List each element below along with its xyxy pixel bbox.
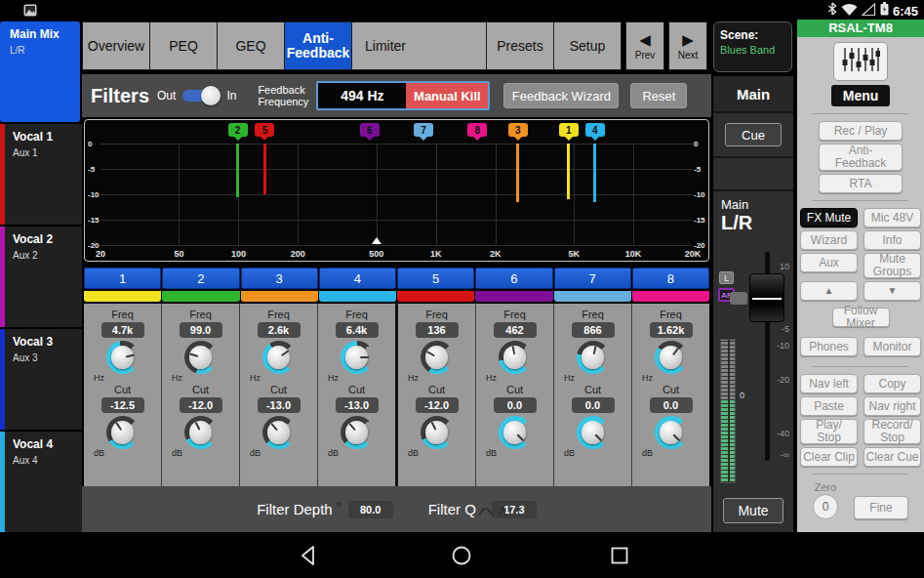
nav-left-button[interactable]: Nav left — [800, 374, 858, 393]
knob-rotator — [340, 341, 373, 374]
band-select-button-8[interactable]: 8 — [632, 268, 709, 289]
paste-button[interactable]: Paste — [800, 396, 858, 416]
cut-knob-band-4[interactable] — [341, 416, 374, 449]
rta-button[interactable]: RTA — [819, 174, 903, 193]
anti-feedback-button[interactable]: Anti- Feedback — [819, 144, 903, 171]
follow-mixer-button[interactable]: Follow Mixer — [832, 308, 890, 327]
tab-anti-feedback[interactable]: Anti- Feedback — [284, 21, 352, 70]
arrow-down-button[interactable]: ▼ — [864, 281, 921, 301]
band-7-marker[interactable]: 7 — [414, 123, 433, 137]
wizard-button[interactable]: Wizard — [800, 230, 858, 250]
cue-button[interactable]: Cue — [725, 123, 782, 146]
channel-select-vocal-3[interactable]: Vocal 3Aux 3 — [0, 329, 82, 430]
freq-knob-band-4[interactable] — [341, 341, 374, 374]
cut-knob-band-2[interactable] — [184, 416, 218, 449]
band-3-marker[interactable]: 3 — [508, 123, 528, 137]
filters-bar: Filters Out In Feedback Frequency 494 Hz… — [82, 74, 711, 117]
band-select-button-5[interactable]: 5 — [397, 268, 474, 289]
freq-knob-band-8[interactable] — [655, 341, 688, 374]
clear-cue-button[interactable]: Clear Cue — [864, 447, 921, 467]
cut-knob-band-3[interactable] — [262, 416, 296, 449]
record-stop-button[interactable]: Record/ Stop — [864, 419, 921, 444]
freq-knob-band-1[interactable] — [106, 341, 140, 374]
freq-knob-band-2[interactable] — [184, 341, 218, 374]
knob-needle — [426, 351, 435, 356]
tab-overview[interactable]: Overview — [82, 21, 150, 70]
band-8-marker[interactable]: 8 — [467, 123, 487, 137]
manual-kill-button[interactable]: Manual Kill — [406, 83, 488, 108]
band-select-button-1[interactable]: 1 — [84, 268, 161, 289]
band-select-button-4[interactable]: 4 — [319, 268, 396, 289]
db-unit-label: dB — [172, 448, 182, 458]
monitor-button[interactable]: Monitor — [864, 337, 921, 356]
knob-needle — [125, 354, 134, 358]
menu-button[interactable]: Menu — [831, 85, 890, 106]
nav-right-button[interactable]: Nav right — [864, 396, 921, 416]
band-1-marker[interactable]: 1 — [559, 123, 579, 137]
tab-geq[interactable]: GEQ — [217, 21, 285, 70]
channel-select-vocal-1[interactable]: Vocal 1Aux 1 — [0, 124, 82, 225]
rec-play-button[interactable]: Rec / Play — [819, 121, 903, 141]
freq-knob-band-6[interactable] — [499, 341, 532, 374]
mixer-view-button[interactable] — [833, 42, 888, 81]
tab-setup[interactable]: Setup — [553, 21, 622, 70]
cut-knob-band-8[interactable] — [655, 416, 688, 449]
cut-knob-band-6[interactable] — [499, 416, 532, 449]
fx-mute-button[interactable]: FX Mute — [800, 208, 858, 227]
band-2-marker[interactable]: 2 — [228, 123, 248, 137]
band-6-marker[interactable]: 6 — [360, 123, 380, 137]
band-select-button-6[interactable]: 6 — [475, 268, 552, 289]
tab-limiter[interactable]: Limiter — [351, 21, 420, 70]
mute-button[interactable]: Mute — [723, 498, 783, 523]
zero-button[interactable]: 0 — [813, 494, 838, 519]
filters-in-out-toggle[interactable] — [182, 88, 220, 103]
back-icon[interactable] — [298, 545, 319, 570]
fader-handle[interactable] — [749, 273, 784, 322]
reset-button[interactable]: Reset — [630, 83, 687, 108]
copy-button[interactable]: Copy — [864, 374, 921, 393]
feedback-wizard-button[interactable]: Feedback Wizard — [503, 83, 619, 108]
home-icon[interactable] — [451, 545, 472, 570]
mic-48v-button[interactable]: Mic 48V — [864, 208, 921, 227]
freq-knob-band-3[interactable] — [262, 341, 296, 374]
freq-knob-band-7[interactable] — [577, 341, 610, 374]
recents-icon[interactable] — [609, 545, 630, 570]
aux-button[interactable]: Aux — [800, 253, 858, 272]
band-select-button-7[interactable]: 7 — [554, 268, 631, 289]
tab-peq[interactable]: PEQ — [149, 21, 218, 70]
knob-rotator — [491, 409, 538, 456]
phones-button[interactable]: Phones — [800, 337, 858, 356]
monitor-buttons: PhonesMonitor — [797, 334, 924, 359]
cut-knob-band-7[interactable] — [577, 416, 610, 449]
anti-feedback-graph[interactable]: 20501002005001K2K5K10K20K00-5-5-10-10-15… — [84, 119, 709, 262]
scene-box[interactable]: Scene: Blues Band — [713, 21, 792, 72]
fine-button[interactable]: Fine — [854, 496, 908, 519]
knob-rotator — [648, 334, 695, 381]
band-column-4: Freq6.4kHzCut-13.0dB — [318, 304, 398, 486]
play-stop-button[interactable]: Play/ Stop — [800, 419, 858, 444]
prev-button[interactable]: ◀ Prev — [625, 21, 664, 70]
filter-q-label: Filter Q — [428, 501, 476, 517]
knob-needle — [511, 346, 515, 354]
band-select-button-3[interactable]: 3 — [241, 268, 318, 289]
cut-knob-band-5[interactable] — [421, 416, 454, 449]
knob-needle — [516, 434, 524, 441]
cut-knob-band-1[interactable] — [106, 416, 140, 449]
mute-groups-button[interactable]: Mute Groups — [864, 253, 921, 278]
channel-select-main-mix[interactable]: Main MixL/R — [0, 21, 80, 122]
tab-presets[interactable]: Presets — [486, 21, 554, 70]
channel-select-vocal-2[interactable]: Vocal 2Aux 2 — [0, 227, 82, 327]
band-column-7: Freq866HzCut0.0dB — [554, 304, 632, 486]
freq-knob-band-5[interactable] — [421, 341, 454, 374]
app-area: Main MixL/RVocal 1Aux 1Vocal 2Aux 2Vocal… — [0, 20, 924, 532]
arrow-up-button[interactable]: ▲ — [800, 281, 858, 301]
clear-clip-button[interactable]: Clear Clip — [800, 447, 858, 467]
band-select-button-2[interactable]: 2 — [162, 268, 239, 289]
channel-select-vocal-4[interactable]: Vocal 4Aux 4 — [0, 432, 82, 532]
info-button[interactable]: Info — [864, 230, 921, 250]
band-5-marker[interactable]: 5 — [255, 123, 274, 137]
y-axis-tick-label: -5 — [694, 165, 701, 174]
freq-value: 136 — [416, 322, 459, 338]
next-button[interactable]: ▶ Next — [668, 21, 707, 70]
band-4-marker[interactable]: 4 — [585, 123, 605, 137]
